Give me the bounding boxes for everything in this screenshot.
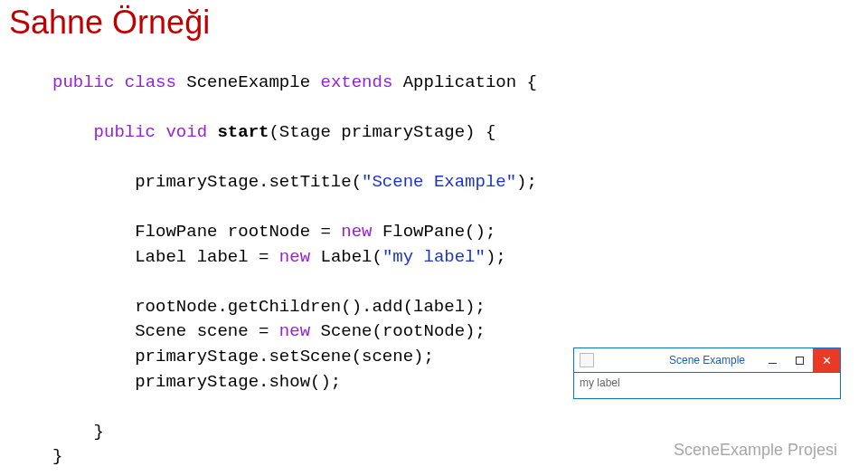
window-app-icon [580,353,594,367]
keyword-new: new [279,247,310,267]
stmt: Label( [310,247,382,267]
stmt-end: ); [486,247,506,267]
window-buttons: ✕ [759,348,840,372]
stmt: FlowPane rootNode = [135,222,341,242]
keyword-public: public [94,122,156,142]
slide-title: Sahne Örneği [9,4,210,42]
minimize-icon [769,363,777,364]
base-type: Application [403,72,516,92]
minimize-button[interactable] [759,348,786,372]
maximize-icon [796,357,804,365]
stmt: primaryStage.show(); [135,372,341,392]
slide: Sahne Örneği public class SceneExample e… [0,0,868,476]
keyword-class: class [125,72,176,92]
keyword-new: new [341,222,372,242]
type-name: SceneExample [186,72,310,92]
string-literal: "my label" [382,247,486,267]
stmt: primaryStage.setTitle( [135,172,362,192]
string-literal: "Scene Example" [362,172,516,192]
code-block: public class SceneExample extends Applic… [52,71,537,470]
keyword-new: new [279,321,310,341]
close-icon: ✕ [822,355,832,367]
stmt: primaryStage.setScene(scene); [135,347,434,367]
close-button[interactable]: ✕ [813,348,840,372]
footer-text: SceneExample Projesi [674,441,837,460]
window-content-label: my label [574,373,840,398]
brace: } [94,422,104,442]
brace: } [52,446,62,466]
param-sig: (Stage primaryStage) { [269,122,495,142]
stmt: rootNode.getChildren().add(label); [135,297,486,317]
example-window: Scene Example ✕ my label [573,347,841,399]
keyword-public: public [52,72,114,92]
window-titlebar[interactable]: Scene Example ✕ [574,348,840,373]
maximize-button[interactable] [786,348,813,372]
brace: { [527,72,537,92]
keyword-void: void [165,122,207,142]
stmt-end: ); [516,172,537,192]
keyword-extends: extends [320,72,392,92]
stmt: Scene(rootNode); [310,321,486,341]
stmt: FlowPane(); [372,222,495,242]
method-name: start [217,122,269,142]
stmt: Label label = [135,247,279,267]
stmt: Scene scene = [135,321,279,341]
